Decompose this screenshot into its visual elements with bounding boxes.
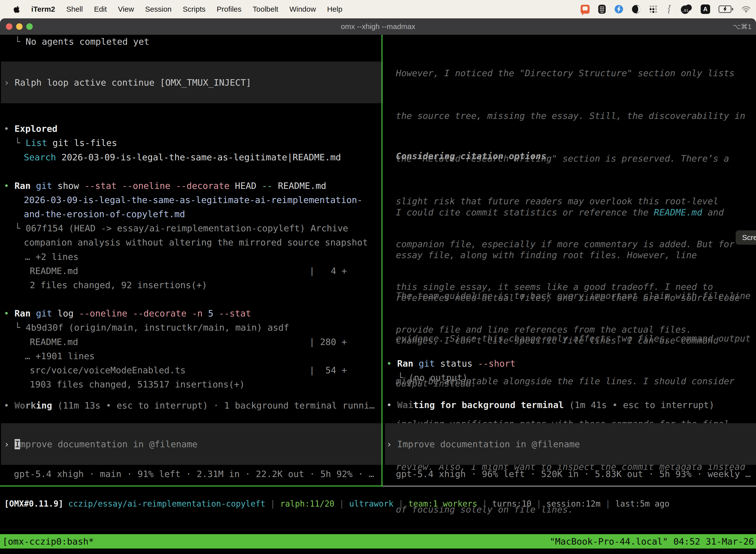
git-show-stat-line: README.md | 4 + bbox=[30, 266, 347, 277]
bullet-glyph: • bbox=[386, 358, 397, 369]
command-git-status: • Ran git status --short bbox=[386, 358, 515, 369]
git-show-output-line: companion analysis without altering the … bbox=[24, 237, 368, 248]
omx-turns: turns:10 bbox=[492, 499, 531, 509]
omx-mode: ultrawork bbox=[349, 499, 394, 509]
battery-icon[interactable] bbox=[718, 5, 733, 13]
inactive-pane-border bbox=[382, 486, 756, 487]
tree-glyph: └ bbox=[15, 138, 25, 148]
menu-toolbelt[interactable]: Toolbelt bbox=[253, 5, 278, 13]
agents-note-line: └ No agents completed yet bbox=[15, 36, 149, 47]
blue-bolt-badge-icon[interactable] bbox=[614, 5, 623, 14]
session-stats-right: gpt-5.4 xhigh · 96% left · 520K in · 5.8… bbox=[396, 468, 751, 480]
menu-edit[interactable]: Edit bbox=[94, 5, 107, 13]
tree-glyph: └ bbox=[15, 37, 25, 47]
waiting-status-line: • Waiting for background terminal (1m 41… bbox=[386, 400, 714, 410]
tmux-host-clock: "MacBook-Pro-44.local" 04:52 31-Mar-26 bbox=[550, 536, 756, 547]
window-title: omx --xhigh --madmax bbox=[0, 18, 756, 35]
omx-branch-path: cczip/essay/ai-reimplementation-copyleft bbox=[68, 499, 265, 509]
inject-box-left[interactable]: › Ralph loop active continue [OMX_TMUX_I… bbox=[1, 62, 383, 103]
thinking-paragraph: The team guideline is to back every impo… bbox=[396, 260, 751, 531]
menu-bar-left: iTerm2 Shell Edit View Session Scripts P… bbox=[0, 5, 342, 13]
apple-icon[interactable] bbox=[13, 5, 20, 13]
menu-iterm2[interactable]: iTerm2 bbox=[31, 5, 55, 13]
chat-badge-icon[interactable] bbox=[581, 5, 589, 14]
omx-last: last:5m ago bbox=[615, 499, 670, 509]
omx-ralph-counter: ralph:11/20 bbox=[280, 499, 334, 509]
prompt-input-left[interactable]: › Improve documentation in @filename bbox=[1, 423, 383, 465]
bullet-glyph: • bbox=[4, 124, 14, 134]
menu-scripts[interactable]: Scripts bbox=[183, 5, 206, 13]
git-show-more-line: … +2 lines bbox=[25, 252, 79, 262]
working-status-line: • Working (11m 13s • esc to interrupt) ·… bbox=[4, 400, 375, 411]
git-log-more-line: … +1901 lines bbox=[25, 351, 95, 362]
dragon-icon[interactable] bbox=[666, 4, 673, 14]
menu-window[interactable]: Window bbox=[290, 5, 316, 13]
prompt-glyph: › bbox=[4, 77, 15, 88]
readme-link[interactable]: README.md bbox=[654, 207, 702, 217]
command-git-log: • Ran git log --oneline --decorate -n 5 … bbox=[4, 308, 251, 319]
title-bar: omx --xhigh --madmax ⌥⌘1 bbox=[0, 18, 756, 35]
explored-list-line: └ List git ls-files bbox=[15, 137, 117, 149]
menu-help[interactable]: Help bbox=[327, 5, 342, 13]
git-status-output-line: └ (no output) bbox=[398, 372, 468, 383]
dots-grid-icon[interactable] bbox=[649, 5, 657, 13]
bullet-glyph: • bbox=[4, 181, 14, 191]
omx-version: [OMX#0.11.9] bbox=[4, 499, 68, 509]
omx-status-line: [OMX#0.11.9] cczip/essay/ai-reimplementa… bbox=[4, 498, 670, 509]
tree-glyph: └ bbox=[398, 373, 408, 383]
git-log-output-line: └ 4b9d30f (origin/main, instructkr/main,… bbox=[15, 322, 289, 333]
command-continuation: and-the-erosion-of-copyleft.md bbox=[24, 209, 185, 220]
git-log-stat-line: src/voice/voiceModeEnabled.ts | 54 + bbox=[30, 365, 347, 376]
menu-bar-status-icons: ..61 A bbox=[581, 4, 756, 14]
inject-box-text: Ralph loop active continue [OMX_TMUX_INJ… bbox=[15, 77, 251, 88]
window-shortcut-hint: ⌥⌘1 bbox=[733, 18, 752, 35]
omx-team: team:1 workers bbox=[408, 499, 477, 509]
count-badge-icon[interactable]: ..61 bbox=[681, 4, 692, 14]
menu-shell[interactable]: Shell bbox=[66, 5, 83, 13]
omx-session: session:12m bbox=[547, 499, 601, 509]
command-continuation: 2026-03-09-is-legal-the-same-as-legitima… bbox=[24, 195, 362, 206]
prompt-glyph: › bbox=[4, 439, 15, 449]
text-cursor: I bbox=[15, 439, 20, 449]
active-pane-border bbox=[0, 486, 382, 487]
git-show-summary-line: 2 files changed, 92 insertions(+) bbox=[30, 280, 207, 291]
count-badge-label: ..61 bbox=[681, 8, 690, 12]
prompt-input-right[interactable]: › Improve documentation in @filename bbox=[385, 423, 756, 465]
input-placeholder: Improve documentation in @filename bbox=[397, 439, 580, 449]
bullet-glyph: • bbox=[386, 400, 397, 410]
git-log-summary-line: 1903 files changed, 513517 insertions(+) bbox=[30, 379, 245, 390]
session-stats-left: gpt-5.4 xhigh · main · 91% left · 2.31M … bbox=[14, 468, 374, 480]
explored-header: • Explored bbox=[4, 123, 58, 134]
prompt-glyph: › bbox=[386, 439, 397, 449]
menu-view[interactable]: View bbox=[118, 5, 134, 13]
wifi-icon[interactable] bbox=[742, 6, 751, 13]
tree-glyph: └ bbox=[15, 223, 25, 233]
tree-glyph: └ bbox=[15, 322, 25, 333]
menu-bar: iTerm2 Shell Edit View Session Scripts P… bbox=[0, 0, 756, 18]
git-log-stat-line: README.md | 280 + bbox=[30, 337, 347, 347]
input-placeholder: mprove documentation in @filename bbox=[20, 439, 197, 449]
a-key-icon[interactable]: A bbox=[701, 4, 710, 14]
git-show-output-line: └ 067f154 (HEAD -> essay/ai-reimplementa… bbox=[15, 223, 348, 234]
crescent-circle-icon[interactable] bbox=[632, 5, 641, 14]
bullet-glyph: • bbox=[4, 308, 14, 319]
tmux-status-bar: [omx-cczip0:bash* "MacBook-Pro-44.local"… bbox=[0, 534, 756, 549]
pane-divider[interactable] bbox=[381, 35, 382, 487]
thinking-heading: Considering citation options bbox=[396, 149, 547, 163]
screen-share-tooltip: Scre bbox=[736, 230, 756, 245]
bullet-glyph: • bbox=[4, 400, 14, 410]
tmux-session-name[interactable]: [omx-cczip0:bash* bbox=[0, 536, 94, 547]
menu-session[interactable]: Session bbox=[145, 5, 172, 13]
menu-profiles[interactable]: Profiles bbox=[216, 5, 241, 13]
explored-search-line: Search 2026-03-09-is-legal-the-same-as-l… bbox=[24, 152, 341, 163]
a-key-label: A bbox=[703, 6, 707, 13]
grid-shield-icon[interactable] bbox=[598, 4, 606, 14]
command-git-show: • Ran git show --stat --oneline --decora… bbox=[4, 180, 326, 191]
